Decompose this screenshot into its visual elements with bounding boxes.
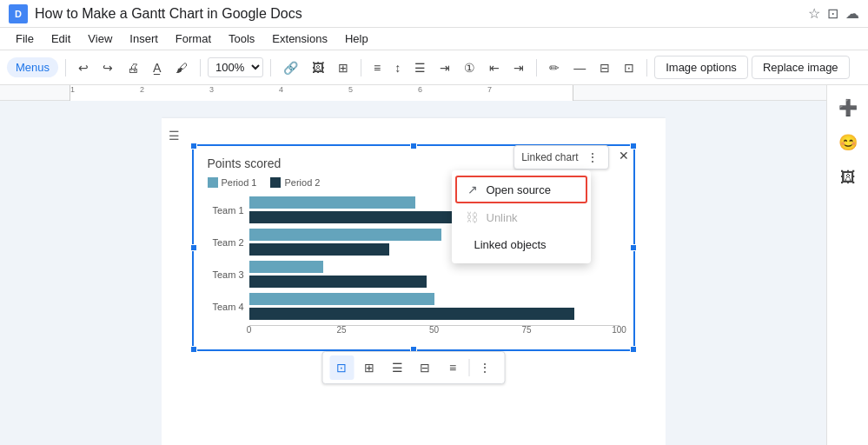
- title-bar: D How to Make a Gantt Chart in Google Do…: [0, 0, 868, 28]
- handle-top-left[interactable]: [190, 143, 197, 149]
- bt-align-top-button[interactable]: ⊞: [357, 355, 381, 380]
- legend-dot-period2: [270, 177, 281, 188]
- insert-image-button[interactable]: ⊞: [333, 57, 354, 78]
- handle-bottom-right[interactable]: [630, 346, 637, 353]
- bt-divider: [468, 359, 469, 376]
- color-button[interactable]: —: [568, 57, 591, 78]
- star-icon[interactable]: ☆: [808, 5, 820, 22]
- toolbar-divider-1: [65, 59, 66, 76]
- bar-row-team4: Team 4: [208, 293, 620, 320]
- rs-emoji-button[interactable]: 😊: [832, 127, 864, 158]
- legend-label-period1: Period 1: [222, 177, 257, 188]
- dropdown-menu: ↗ Open source ⛓ Unlink Linked objects: [452, 170, 591, 263]
- indent-more-button[interactable]: ⇥: [508, 57, 529, 78]
- x-tick-50: 50: [429, 325, 439, 335]
- doc-title: How to Make a Gantt Chart in Google Docs: [35, 6, 801, 22]
- bar-label-team3: Team 3: [208, 269, 249, 280]
- chart-container[interactable]: Linked chart ⋮ ↗ Open source ⛓ Unlink: [192, 144, 635, 351]
- unlink-label: Unlink: [487, 211, 518, 224]
- legend-dot-period1: [208, 177, 218, 188]
- close-link-button[interactable]: ✕: [613, 145, 634, 166]
- rs-add-button[interactable]: ➕: [832, 92, 864, 123]
- toolbar-divider-5: [536, 59, 537, 76]
- bt-align-right-button[interactable]: ☰: [385, 355, 409, 380]
- bar-label-team4: Team 4: [208, 302, 249, 312]
- column-button[interactable]: ⊟: [594, 57, 615, 78]
- bt-align-left-button[interactable]: ⊡: [329, 355, 354, 380]
- bar-team1-period1: [249, 196, 416, 209]
- toolbar-divider-6: [646, 59, 647, 76]
- bt-more-button[interactable]: ⋮: [473, 355, 497, 380]
- content-area: 1 2 3 4 5 6 7 ☰: [0, 85, 868, 445]
- toolbar-divider-2: [200, 59, 201, 76]
- x-tick-100: 100: [612, 325, 626, 335]
- bar-label-team1: Team 1: [208, 205, 249, 216]
- menu-insert[interactable]: Insert: [123, 30, 165, 48]
- menu-format[interactable]: Format: [169, 30, 218, 48]
- bottom-toolbar: ⊡ ⊞ ☰ ⊟ ≡ ⋮: [321, 351, 505, 384]
- cloud-icon[interactable]: ☁: [845, 5, 859, 22]
- bar-team2-period2: [249, 243, 390, 256]
- menu-view[interactable]: View: [81, 30, 119, 48]
- bar-team4-period1: [249, 293, 434, 305]
- align-button[interactable]: ≡: [368, 57, 386, 78]
- legend-label-period2: Period 2: [284, 177, 320, 188]
- draw-button[interactable]: ✏: [544, 57, 565, 78]
- list-button[interactable]: ☰: [409, 57, 431, 78]
- menus-button[interactable]: Menus: [7, 57, 58, 77]
- menu-edit[interactable]: Edit: [44, 30, 77, 48]
- menu-extensions[interactable]: Extensions: [265, 30, 335, 48]
- toolbar: Menus ↩ ↪ 🖨 A̲ 🖌 100% 🔗 🖼 ⊞ ≡ ↕ ☰ ⇥ ① ⇤ …: [0, 50, 868, 85]
- right-sidebar: ➕ 😊 🖼: [826, 85, 868, 445]
- legend-period2: Period 2: [270, 177, 320, 188]
- numbering-button[interactable]: ①: [459, 57, 480, 78]
- link-button[interactable]: 🔗: [278, 57, 303, 78]
- spellcheck-button[interactable]: A̲: [148, 57, 167, 78]
- image-button[interactable]: 🖼: [307, 57, 329, 78]
- print-button[interactable]: 🖨: [122, 57, 144, 78]
- rs-image-button[interactable]: 🖼: [832, 162, 864, 193]
- crop-button[interactable]: ⊡: [619, 57, 639, 78]
- line-spacing-button[interactable]: ↕: [389, 57, 406, 78]
- linked-chart-badge: Linked chart ⋮ ↗ Open source ⛓ Unlink: [514, 145, 608, 169]
- handle-middle-right[interactable]: [630, 244, 637, 251]
- app-icon: D: [9, 4, 28, 23]
- toolbar-divider-4: [361, 59, 361, 76]
- undo-button[interactable]: ↩: [73, 57, 94, 78]
- menu-tools[interactable]: Tools: [222, 30, 262, 48]
- menu-help[interactable]: Help: [338, 30, 375, 48]
- bar-group-team3: [249, 261, 620, 288]
- folder-icon[interactable]: ⊡: [827, 5, 838, 22]
- bar-label-team2: Team 2: [208, 237, 249, 248]
- ruler-content: 1 2 3 4 5 6 7: [70, 85, 573, 101]
- linked-objects-label: Linked objects: [474, 238, 547, 251]
- bt-align-center-button[interactable]: ≡: [441, 355, 465, 380]
- dropdown-item-open-source[interactable]: ↗ Open source: [455, 176, 587, 203]
- handle-middle-left[interactable]: [190, 244, 197, 251]
- menu-file[interactable]: File: [9, 30, 41, 48]
- replace-image-button[interactable]: Replace image: [752, 56, 850, 79]
- handle-bottom-left[interactable]: [190, 346, 197, 353]
- open-source-label: Open source: [487, 183, 551, 196]
- linked-chart-label: Linked chart: [521, 151, 578, 163]
- bt-align-bottom-button[interactable]: ⊟: [413, 355, 437, 380]
- doc-panel: 1 2 3 4 5 6 7 ☰: [0, 85, 826, 445]
- dropdown-item-linked-objects[interactable]: Linked objects: [452, 231, 591, 258]
- page-scroll[interactable]: ☰ Linked chart ⋮: [162, 101, 666, 445]
- bar-team2-period1: [249, 229, 442, 241]
- page: ☰ Linked chart ⋮: [162, 118, 666, 445]
- paint-format-button[interactable]: 🖌: [170, 57, 193, 78]
- indent-button[interactable]: ⇥: [434, 57, 455, 78]
- linked-chart-options-button[interactable]: ⋮: [584, 149, 601, 166]
- image-options-button[interactable]: Image options: [654, 56, 748, 79]
- indent-less-button[interactable]: ⇤: [484, 57, 505, 78]
- dropdown-item-unlink[interactable]: ⛓ Unlink: [452, 203, 591, 231]
- toolbar-divider-3: [270, 59, 271, 76]
- unlink-icon: ⛓: [466, 210, 478, 224]
- redo-button[interactable]: ↪: [97, 57, 118, 78]
- handle-top-middle[interactable]: [410, 143, 417, 149]
- bar-group-team4: [249, 293, 620, 320]
- x-tick-25: 25: [336, 325, 346, 335]
- bar-team4-period2: [249, 308, 575, 320]
- zoom-select[interactable]: 100%: [208, 57, 263, 77]
